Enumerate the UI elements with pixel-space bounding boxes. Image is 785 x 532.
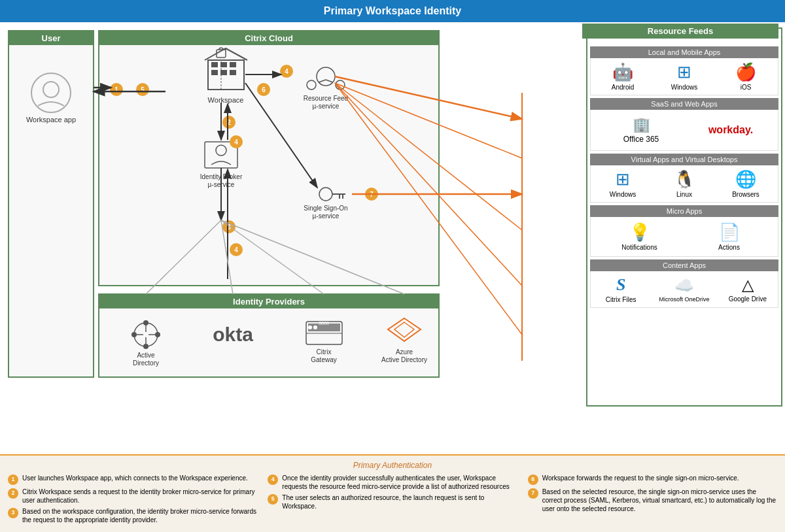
- resource-gdrive: △ Google Drive: [728, 276, 767, 303]
- category-micro: Micro Apps 💡 Notifications 📄 Actions: [590, 205, 778, 257]
- notifications-icon: 💡: [629, 222, 650, 242]
- svg-rect-10: [211, 62, 218, 67]
- svg-text:Workspace app: Workspace app: [26, 116, 76, 124]
- citrix-files-icon: S: [616, 275, 625, 295]
- svg-text:4: 4: [285, 68, 288, 75]
- svg-rect-0: [9, 31, 94, 377]
- category-header-local-mobile: Local and Mobile Apps: [590, 46, 778, 58]
- main-diagram-svg: User Workspace app Citrix Cloud W: [5, 27, 581, 407]
- category-items-virtual: ⊞ Windows 🐧 Linux 🌐 Browsers: [590, 165, 778, 203]
- resource-windows-virt: ⊞ Windows: [603, 169, 642, 198]
- notifications-label: Notifications: [621, 244, 657, 251]
- onedrive-label: Microsoft OneDrive: [659, 296, 709, 303]
- actions-icon: 📄: [719, 222, 740, 242]
- office365-label: Office 365: [623, 135, 659, 144]
- actions-label: Actions: [718, 244, 740, 251]
- svg-text:Active: Active: [137, 352, 155, 359]
- svg-text:Resource Feed: Resource Feed: [304, 95, 348, 102]
- category-header-content: Content Apps: [590, 259, 778, 271]
- ios-label: iOS: [741, 84, 752, 91]
- resource-workday: workday.: [705, 124, 757, 136]
- legend-item-6: 6 Workspace forwards the request to the …: [528, 474, 777, 485]
- svg-text:Workspace: Workspace: [208, 96, 244, 104]
- svg-point-72: [155, 332, 160, 337]
- resource-windows-mobile: ⊞ Windows: [665, 62, 704, 91]
- resource-notifications: 💡 Notifications: [620, 222, 659, 251]
- category-items-micro: 💡 Notifications 📄 Actions: [590, 217, 778, 257]
- category-header-micro: Micro Apps: [590, 205, 778, 217]
- resource-feeds-box: Resource Feeds Local and Mobile Apps 🤖 A…: [586, 27, 782, 407]
- legend-item-3: 3 Based on the workspace configuration, …: [8, 507, 257, 524]
- svg-rect-6: [99, 31, 439, 286]
- resource-linux: 🐧 Linux: [665, 169, 704, 198]
- legend-text-3: Based on the workspace configuration, th…: [22, 507, 257, 524]
- title-bar: Primary Workspace Identity: [0, 0, 785, 22]
- resource-onedrive: ☁️ Microsoft OneDrive: [659, 276, 709, 303]
- category-header-saas: SaaS and Web Apps: [590, 98, 778, 110]
- gdrive-icon: △: [742, 276, 754, 294]
- svg-rect-15: [230, 70, 236, 75]
- svg-text:4: 4: [234, 139, 238, 146]
- diagram-area: User Workspace app Citrix Cloud W: [0, 22, 785, 454]
- android-label: Android: [612, 84, 634, 91]
- legend-number-2: 2: [8, 488, 18, 499]
- citrix-files-label: Citrix Files: [606, 296, 637, 303]
- category-header-virtual: Virtual Apps and Virtual Desktops: [590, 154, 778, 165]
- svg-point-73: [131, 332, 137, 337]
- resource-office365: 🏢 Office 365: [612, 116, 671, 144]
- svg-text:5: 5: [141, 86, 145, 93]
- category-items-local-mobile: 🤖 Android ⊞ Windows 🍎 iOS: [590, 58, 778, 95]
- linux-icon: 🐧: [674, 169, 695, 190]
- category-content: Content Apps S Citrix Files ☁️ Microsoft…: [590, 259, 778, 308]
- legend-item-7: 7 Based on the selected resource, the si…: [528, 488, 777, 513]
- windows-virt-icon: ⊞: [616, 169, 630, 190]
- category-virtual: Virtual Apps and Virtual Desktops ⊞ Wind…: [590, 154, 778, 203]
- svg-text:Active Directory: Active Directory: [381, 356, 427, 363]
- legend-text-7: Based on the selected resource, the sing…: [542, 488, 777, 513]
- svg-text:User: User: [42, 33, 61, 43]
- workday-label: workday.: [708, 124, 753, 136]
- legend-number-3: 3: [8, 508, 18, 518]
- legend-text-6: Workspace forwards the request to the si…: [542, 474, 739, 482]
- svg-point-74: [143, 344, 148, 349]
- svg-text:8888: 8888: [319, 321, 329, 325]
- svg-text:1: 1: [114, 86, 118, 93]
- legend-col-3: 6 Workspace forwards the request to the …: [528, 474, 777, 527]
- legend-col-2: 4 Once the identity provider successfull…: [268, 474, 517, 527]
- gdrive-label: Google Drive: [729, 295, 767, 303]
- svg-text:Azure: Azure: [396, 348, 413, 356]
- windows-mobile-label: Windows: [671, 84, 698, 91]
- resource-feeds-inner: Local and Mobile Apps 🤖 Android ⊞ Window…: [587, 44, 781, 405]
- legend-number-1: 1: [8, 474, 18, 485]
- legend-number-4: 4: [268, 474, 278, 485]
- page-title: Primary Workspace Identity: [324, 5, 461, 16]
- svg-text:6: 6: [262, 86, 266, 93]
- legend-col-1: 1 User launches Workspace app, which con…: [8, 474, 257, 527]
- svg-text:µ-service: µ-service: [313, 212, 340, 220]
- resource-actions: 📄 Actions: [710, 222, 749, 251]
- resource-android: 🤖 Android: [603, 62, 642, 91]
- svg-text:Directory: Directory: [133, 359, 159, 367]
- legend-item-1: 1 User launches Workspace app, which con…: [8, 474, 257, 485]
- resource-ios: 🍎 iOS: [726, 62, 765, 91]
- svg-point-71: [143, 320, 148, 325]
- svg-point-85: [313, 325, 317, 329]
- resource-browsers: 🌐 Browsers: [726, 169, 765, 198]
- svg-text:µ-service: µ-service: [313, 103, 340, 110]
- svg-text:Identity Providers: Identity Providers: [233, 297, 305, 307]
- svg-text:Citrix: Citrix: [317, 348, 332, 356]
- main-container: Primary Workspace Identity User Workspac…: [0, 0, 785, 532]
- legend-columns: 1 User launches Workspace app, which con…: [8, 474, 777, 527]
- android-icon: 🤖: [612, 62, 633, 82]
- legend-number-6: 6: [528, 474, 538, 485]
- onedrive-icon: ☁️: [674, 276, 694, 295]
- browsers-label: Browsers: [732, 191, 759, 198]
- legend-number-7: 7: [528, 488, 538, 499]
- resource-feeds-title: Resource Feeds: [582, 24, 778, 39]
- bottom-legend: Primary Authentication 1 User launches W…: [0, 454, 785, 532]
- legend-title: Primary Authentication: [8, 461, 777, 470]
- category-items-content: S Citrix Files ☁️ Microsoft OneDrive △ G…: [590, 271, 778, 308]
- svg-text:okta: okta: [213, 324, 253, 345]
- legend-item-5: 5 The user selects an authorized resourc…: [268, 493, 517, 510]
- linux-label: Linux: [676, 191, 692, 198]
